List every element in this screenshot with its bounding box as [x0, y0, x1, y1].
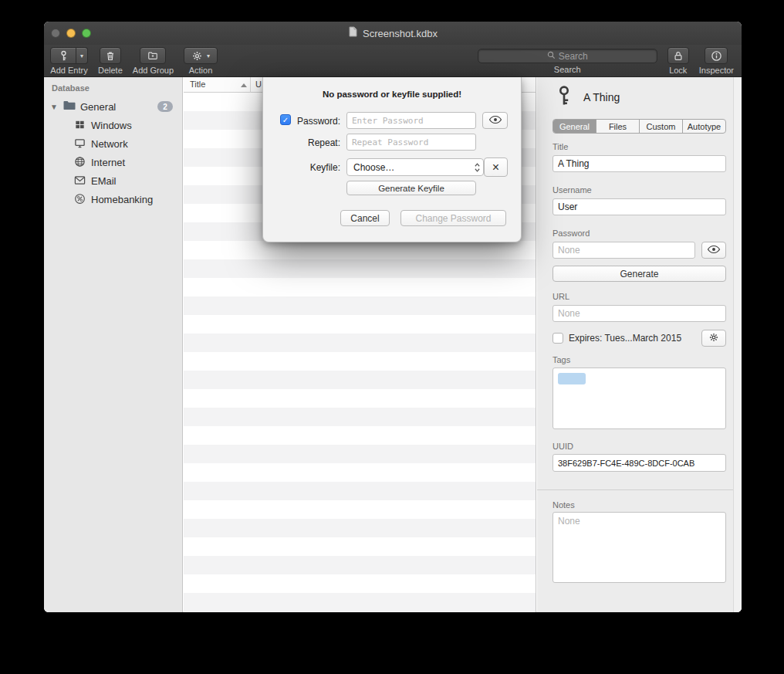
- percent-icon: [74, 193, 86, 208]
- username-field[interactable]: [553, 198, 726, 215]
- notes-field[interactable]: [553, 512, 726, 583]
- keyfile-label: Keyfile:: [292, 162, 340, 173]
- expires-label: Expires: Tues...March 2015: [569, 333, 681, 344]
- inspector-panel: A Thing General Files Custom Autotype Ti…: [537, 77, 742, 612]
- keyfile-popup[interactable]: Choose…: [346, 158, 484, 176]
- add-entry-label: Add Entry: [50, 66, 87, 75]
- notes-label: Notes: [553, 500, 575, 510]
- display-icon: [74, 137, 86, 152]
- search-item: Search Search: [478, 47, 657, 74]
- search-input[interactable]: Search: [478, 49, 657, 63]
- divider: [537, 489, 742, 490]
- add-group-button[interactable]: [140, 47, 166, 64]
- password-label: Password: [553, 229, 590, 238]
- windows-icon: [74, 119, 86, 134]
- url-label: URL: [553, 292, 569, 301]
- uuid-field[interactable]: [553, 454, 726, 472]
- keyfile-value: Choose…: [347, 162, 471, 173]
- reveal-password-button[interactable]: [701, 242, 726, 259]
- sort-ascending-icon: [241, 83, 247, 87]
- gear-icon: [191, 50, 203, 62]
- expires-checkbox[interactable]: [553, 333, 563, 344]
- inspector-tabs: General Files Custom Autotype: [553, 119, 726, 134]
- minimize-button[interactable]: [66, 29, 76, 38]
- tab-general[interactable]: General: [553, 120, 596, 133]
- action-button[interactable]: ▾: [184, 47, 218, 64]
- sidebar-item-label: Network: [91, 138, 128, 150]
- inspector-label: Inspector: [699, 66, 734, 75]
- sidebar-item-label: Internet: [91, 157, 125, 168]
- inspector-item: Inspector: [699, 47, 734, 75]
- generate-password-button[interactable]: Generate: [553, 266, 726, 282]
- disclosure-triangle-icon[interactable]: ▼: [50, 103, 58, 111]
- toolbar: ▾ Add Entry Delete: [44, 45, 742, 77]
- expires-options-button[interactable]: [701, 330, 726, 347]
- sidebar-item-internet[interactable]: Internet: [44, 153, 182, 171]
- stepper-icon: [471, 162, 483, 173]
- lock-label: Lock: [669, 66, 687, 75]
- delete-button[interactable]: [100, 47, 121, 64]
- tab-files[interactable]: Files: [596, 120, 639, 133]
- repeat-input[interactable]: [346, 134, 476, 151]
- lock-button[interactable]: [667, 47, 689, 64]
- title-bar: Screenshot.kdbx: [44, 22, 742, 45]
- search-label: Search: [554, 65, 581, 74]
- document-icon: [348, 26, 358, 40]
- folder-plus-icon: [147, 50, 159, 61]
- search-icon: [547, 51, 556, 62]
- change-password-button[interactable]: Change Password: [400, 210, 506, 226]
- generate-keyfile-button[interactable]: Generate Keyfile: [346, 181, 476, 195]
- username-label: Username: [553, 185, 592, 195]
- column-header-username[interactable]: U: [255, 80, 262, 89]
- close-button[interactable]: [51, 29, 60, 38]
- password-input[interactable]: [346, 112, 476, 129]
- add-entry-button[interactable]: [50, 47, 76, 64]
- password-field[interactable]: [553, 242, 695, 259]
- lock-item: Lock: [667, 47, 689, 75]
- sidebar-item-windows[interactable]: Windows: [44, 116, 182, 134]
- eye-icon: [707, 245, 721, 256]
- entry-title: A Thing: [583, 91, 620, 103]
- action-label: Action: [189, 66, 213, 75]
- tags-label: Tags: [553, 355, 570, 364]
- key-icon: [554, 85, 574, 110]
- password-label: Password:: [292, 116, 340, 127]
- add-entry-dropdown[interactable]: ▾: [76, 47, 88, 64]
- zoom-button[interactable]: [82, 29, 91, 38]
- sidebar-item-homebanking[interactable]: Homebanking: [44, 190, 182, 208]
- clear-keyfile-button[interactable]: ×: [484, 157, 508, 177]
- key-icon: [58, 50, 69, 62]
- password-checkbox[interactable]: ✓: [280, 114, 291, 125]
- tab-autotype[interactable]: Autotype: [682, 120, 725, 133]
- reveal-password-button[interactable]: [482, 112, 508, 129]
- sidebar-item-label: Windows: [91, 120, 132, 131]
- title-field[interactable]: [553, 155, 726, 172]
- change-password-dialog: No password or keyfile supplied! ✓ Passw…: [262, 77, 522, 242]
- inspector-button[interactable]: [705, 47, 728, 64]
- chevron-down-icon: ▾: [207, 52, 210, 59]
- url-field[interactable]: [553, 305, 726, 322]
- globe-icon: [74, 156, 86, 171]
- gear-icon: [708, 332, 719, 345]
- tab-custom[interactable]: Custom: [639, 120, 682, 133]
- delete-item: Delete: [98, 47, 123, 75]
- sidebar-item-general[interactable]: ▼ General 2: [44, 97, 182, 116]
- tag-chip[interactable]: [558, 373, 586, 384]
- title-label: Title: [553, 142, 568, 151]
- sidebar-item-network[interactable]: Network: [44, 134, 182, 153]
- delete-label: Delete: [98, 66, 123, 75]
- scrollbar-track[interactable]: [733, 77, 742, 612]
- column-header-title[interactable]: Title: [190, 80, 205, 89]
- window-title: Screenshot.kdbx: [363, 28, 438, 39]
- cancel-button[interactable]: Cancel: [340, 210, 390, 226]
- traffic-lights: [51, 29, 91, 38]
- lock-icon: [673, 50, 684, 62]
- add-entry-item: ▾ Add Entry: [50, 47, 88, 75]
- column-divider[interactable]: [250, 77, 251, 93]
- action-item: ▾ Action: [184, 47, 218, 75]
- trash-icon: [105, 50, 116, 62]
- entry-count-badge: 2: [157, 101, 173, 112]
- sidebar-item-email[interactable]: EMail: [44, 171, 182, 190]
- sidebar-item-label: Homebanking: [91, 194, 153, 205]
- tags-field[interactable]: [553, 367, 726, 429]
